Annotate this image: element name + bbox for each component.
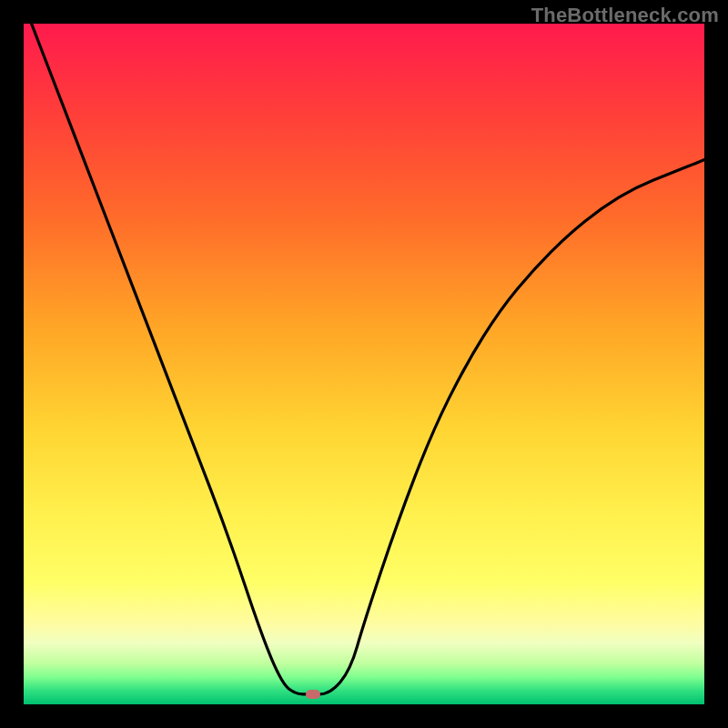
chart-plot-area [24,24,704,704]
watermark-text: TheBottleneck.com [531,4,719,27]
